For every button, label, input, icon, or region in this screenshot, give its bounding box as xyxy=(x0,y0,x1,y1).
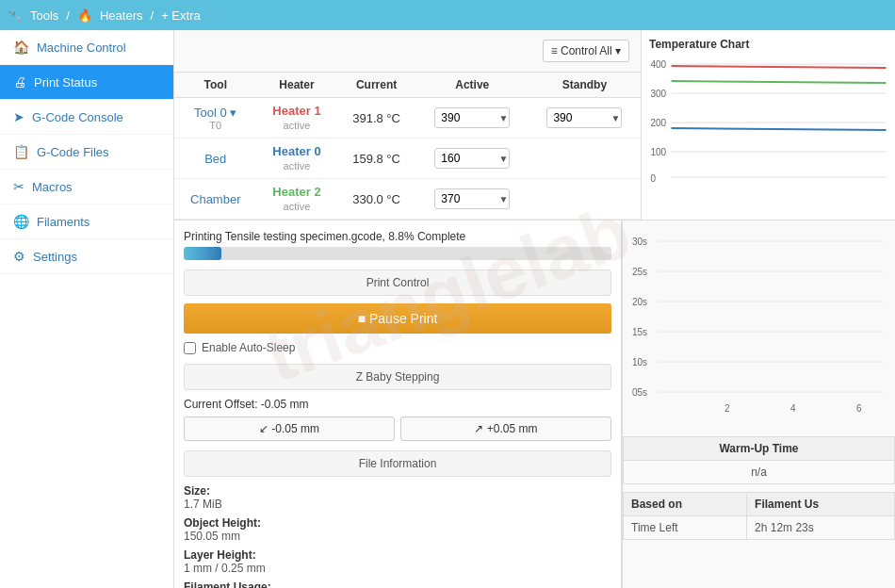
svg-text:0: 0 xyxy=(651,173,657,184)
heater-cell-2: Heater 2 active xyxy=(257,179,337,220)
table-header-row: ≡ Control All ▾ xyxy=(174,30,641,73)
heater-table-wrap: ≡ Control All ▾ Tool Heater Current Acti… xyxy=(174,30,641,220)
top-bar: 🔧 Tools / 🔥 Heaters / + Extra xyxy=(0,0,895,30)
svg-text:4: 4 xyxy=(790,403,796,414)
tools-link[interactable]: Tools xyxy=(30,8,58,23)
filaments-icon: 🌐 xyxy=(13,214,29,229)
size-label: Size: xyxy=(184,484,611,498)
svg-text:300: 300 xyxy=(651,89,667,99)
zbaby-minus-button[interactable]: ↙ -0.05 mm xyxy=(184,416,395,441)
sidebar-item-gcode-files[interactable]: 📋G-Code Files xyxy=(0,135,173,170)
svg-text:2: 2 xyxy=(724,403,730,414)
heater-row-1: Bed Heater 0 active 159.8 °C ▼ xyxy=(174,139,641,179)
size-value: 1.7 MiB xyxy=(184,498,222,511)
sidebar: 🏠Machine Control🖨Print Status➤G-Code Con… xyxy=(0,30,174,588)
gcode-files-icon: 📋 xyxy=(13,144,29,159)
active-arrow-1[interactable]: ▼ xyxy=(498,154,508,164)
tool-cell-0: Tool 0 ▾ T0 xyxy=(174,98,257,139)
auto-sleep-wrap: Enable Auto-Sleep xyxy=(184,341,611,354)
col-heater: Heater xyxy=(257,73,337,98)
top-section: ≡ Control All ▾ Tool Heater Current Acti… xyxy=(174,30,895,220)
file-info-header: File Information xyxy=(184,450,611,477)
col-current: Current xyxy=(336,73,415,98)
time-chart-area: 30s 25s 20s 15s 10s 05s xyxy=(623,220,895,427)
progress-bar-fill xyxy=(184,247,221,260)
gcode-files-label: G-Code Files xyxy=(37,145,109,159)
object-height-label: Object Height: xyxy=(184,516,611,530)
warmup-value: n/a xyxy=(624,461,895,484)
heater-cell-1: Heater 0 active xyxy=(257,139,337,179)
sidebar-item-print-status[interactable]: 🖨Print Status xyxy=(0,65,173,100)
standby-cell-0: ▼ xyxy=(529,98,641,139)
tool-cell-2: Chamber xyxy=(174,179,257,220)
standby-arrow-0[interactable]: ▼ xyxy=(611,113,621,123)
warmup-table: Warm-Up Time n/a xyxy=(623,436,895,484)
temp-chart-panel: Temperature Chart 400 300 200 100 0 xyxy=(641,30,895,220)
active-arrow-2[interactable]: ▼ xyxy=(498,194,508,204)
tool-sub-0: T0 xyxy=(184,120,248,131)
sidebar-item-gcode-console[interactable]: ➤G-Code Console xyxy=(0,100,173,135)
object-height-value: 150.05 mm xyxy=(184,530,240,543)
standby-cell-2 xyxy=(529,179,641,220)
settings-label: Settings xyxy=(33,250,77,264)
warmup-header: Warm-Up Time xyxy=(624,437,895,461)
extra-link[interactable]: + Extra xyxy=(161,8,201,23)
heater-name-1: Heater 0 xyxy=(272,144,320,158)
layer-height-label: Layer Height: xyxy=(184,548,611,562)
based-on-col1: Based on xyxy=(624,493,747,516)
sidebar-item-settings[interactable]: ⚙Settings xyxy=(0,239,173,274)
tools-icon: 🔧 xyxy=(8,8,23,23)
tool-link-0[interactable]: Tool 0 ▾ xyxy=(194,106,236,120)
content-area: ≡ Control All ▾ Tool Heater Current Acti… xyxy=(174,30,895,588)
gcode-console-label: G-Code Console xyxy=(32,110,123,124)
col-standby: Standby xyxy=(529,73,641,98)
gcode-console-icon: ➤ xyxy=(13,109,24,124)
temp-chart-svg: 400 300 200 100 0 xyxy=(649,55,887,187)
tool-link-2[interactable]: Chamber xyxy=(190,192,240,206)
macros-icon: ✂ xyxy=(13,179,24,194)
svg-text:30s: 30s xyxy=(632,237,647,247)
based-on-col2: Filament Us xyxy=(747,493,895,516)
heater-table: Tool Heater Current Active Standby Tool … xyxy=(174,73,641,220)
control-all-button[interactable]: ≡ Control All ▾ xyxy=(543,40,629,62)
active-arrow-0[interactable]: ▼ xyxy=(498,113,508,123)
active-cell-0: ▼ xyxy=(416,98,529,139)
standby-cell-1 xyxy=(529,139,641,179)
based-on-table: Based on Filament Us Time Left2h 12m 23s xyxy=(623,492,895,540)
current-cell-2: 330.0 °C xyxy=(336,179,415,220)
tool-cell-1: Bed xyxy=(174,139,257,179)
macros-label: Macros xyxy=(32,180,73,194)
svg-text:05s: 05s xyxy=(632,387,647,398)
svg-text:15s: 15s xyxy=(632,327,647,337)
heaters-icon: 🔥 xyxy=(77,8,92,23)
filaments-label: Filaments xyxy=(37,215,90,229)
progress-bar-bg xyxy=(184,247,611,260)
heater-cell-0: Heater 1 active xyxy=(257,98,337,139)
print-status-label: Print Status xyxy=(34,75,97,90)
active-cell-2: ▼ xyxy=(416,179,529,220)
tool-link-1[interactable]: Bed xyxy=(204,152,226,166)
heater-status-2: active xyxy=(284,201,311,212)
middle-content: Printing Tensile testing specimen.gcode,… xyxy=(174,220,895,588)
sidebar-item-machine-control[interactable]: 🏠Machine Control xyxy=(0,30,173,65)
zbaby-offset: Current Offset: -0.05 mm xyxy=(184,398,611,411)
zbaby-header: Z Baby Stepping xyxy=(184,364,611,390)
zbaby-plus-button[interactable]: ↗ +0.05 mm xyxy=(400,416,611,441)
col-tool: Tool xyxy=(174,73,257,98)
svg-text:25s: 25s xyxy=(632,267,647,277)
sidebar-item-filaments[interactable]: 🌐Filaments xyxy=(0,204,173,239)
svg-text:10s: 10s xyxy=(632,357,647,368)
print-control-header: Print Control xyxy=(184,270,611,296)
print-status-icon: 🖨 xyxy=(13,74,26,90)
based-on-label-0: Time Left xyxy=(624,516,747,540)
machine-control-icon: 🏠 xyxy=(13,40,29,55)
sidebar-item-macros[interactable]: ✂Macros xyxy=(0,170,173,204)
auto-sleep-checkbox[interactable] xyxy=(184,342,196,354)
heaters-link[interactable]: Heaters xyxy=(100,8,143,23)
filament-usage-label: Filament Usage: xyxy=(184,580,611,588)
zbaby-buttons: ↙ -0.05 mm ↗ +0.05 mm xyxy=(184,416,611,441)
heater-name-0: Heater 1 xyxy=(272,104,320,118)
pause-print-button[interactable]: ■ Pause Print xyxy=(184,303,611,334)
svg-text:400: 400 xyxy=(651,59,667,70)
heater-status-1: active xyxy=(284,160,311,172)
